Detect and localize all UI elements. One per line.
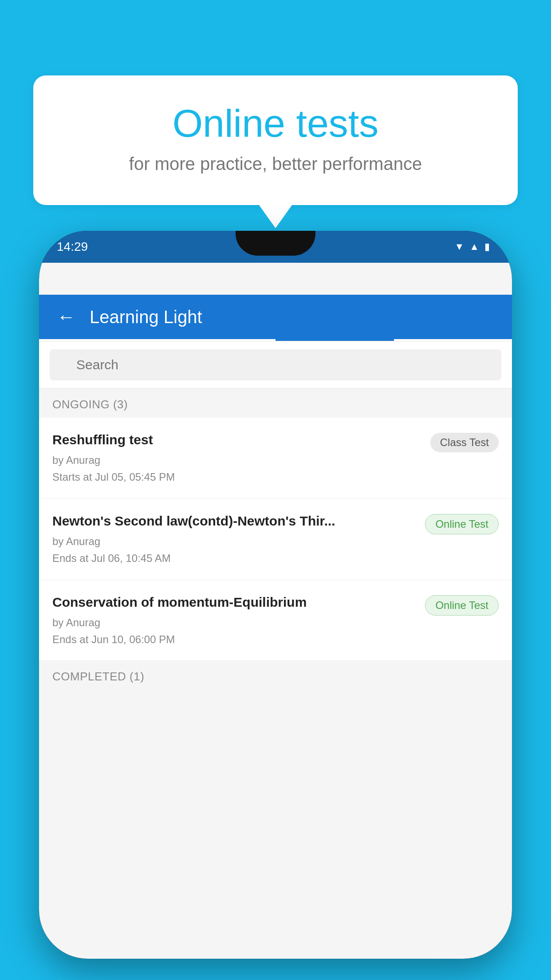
badge-online-test-2: Online Test bbox=[425, 595, 499, 616]
phone-outer: 14:29 ▼ ▲ ▮ ← Learning Light MENTS ANNOU… bbox=[39, 231, 512, 959]
search-container: 🔍 bbox=[39, 341, 512, 389]
test-item-time: Ends at Jun 10, 06:00 PM bbox=[52, 631, 416, 648]
signal-icon: ▲ bbox=[469, 241, 479, 253]
test-item-by: by Anurag bbox=[52, 533, 416, 550]
back-button[interactable]: ← bbox=[57, 306, 75, 328]
completed-section-label: COMPLETED (1) bbox=[39, 661, 512, 690]
test-item[interactable]: Newton's Second law(contd)-Newton's Thir… bbox=[39, 499, 512, 580]
test-item-title: Newton's Second law(contd)-Newton's Thir… bbox=[52, 512, 416, 530]
test-item-title: Conservation of momentum-Equilibrium bbox=[52, 593, 416, 611]
badge-online-test: Online Test bbox=[425, 514, 499, 534]
test-item-time: Ends at Jul 06, 10:45 AM bbox=[52, 550, 416, 567]
badge-class-test: Class Test bbox=[430, 433, 499, 452]
ongoing-section-label: ONGOING (3) bbox=[39, 389, 512, 418]
app-title: Learning Light bbox=[90, 307, 202, 327]
bubble-title: Online tests bbox=[69, 102, 482, 145]
screen-content: ← Learning Light MENTS ANNOUNCEMENTS TES… bbox=[39, 263, 512, 959]
search-input[interactable] bbox=[50, 349, 501, 380]
test-item[interactable]: Conservation of momentum-Equilibrium by … bbox=[39, 580, 512, 661]
status-time: 14:29 bbox=[57, 240, 88, 254]
phone-wrapper: 14:29 ▼ ▲ ▮ ← Learning Light MENTS ANNOU… bbox=[39, 231, 512, 980]
battery-icon: ▮ bbox=[484, 241, 490, 253]
test-item-left: Newton's Second law(contd)-Newton's Thir… bbox=[52, 512, 425, 567]
phone-notch bbox=[236, 231, 315, 256]
test-list: Reshuffling test by Anurag Starts at Jul… bbox=[39, 418, 512, 661]
app-bar: ← Learning Light bbox=[39, 295, 512, 339]
test-item-left: Reshuffling test by Anurag Starts at Jul… bbox=[52, 431, 430, 486]
speech-bubble: Online tests for more practice, better p… bbox=[33, 75, 518, 205]
test-item-title: Reshuffling test bbox=[52, 431, 421, 448]
test-item[interactable]: Reshuffling test by Anurag Starts at Jul… bbox=[39, 418, 512, 499]
test-item-by: by Anurag bbox=[52, 452, 421, 469]
test-item-left: Conservation of momentum-Equilibrium by … bbox=[52, 593, 425, 648]
status-icons: ▼ ▲ ▮ bbox=[454, 241, 490, 253]
bubble-subtitle: for more practice, better performance bbox=[69, 154, 482, 174]
search-wrapper: 🔍 bbox=[50, 349, 501, 380]
test-item-by: by Anurag bbox=[52, 614, 416, 631]
test-item-time: Starts at Jul 05, 05:45 PM bbox=[52, 469, 421, 486]
wifi-icon: ▼ bbox=[454, 241, 464, 253]
